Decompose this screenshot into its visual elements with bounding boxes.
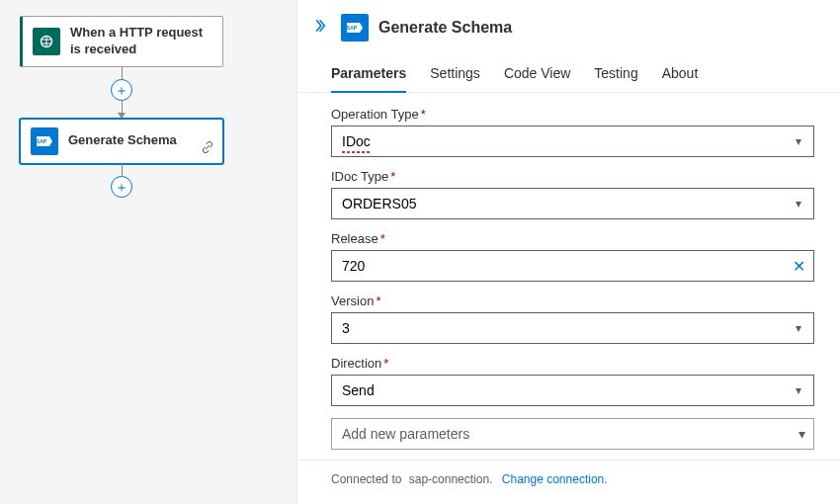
change-connection-link[interactable]: Change connection. xyxy=(502,472,608,486)
trigger-node-http-request[interactable]: When a HTTP request is received xyxy=(20,16,223,67)
field-direction: Direction* ▾ xyxy=(331,356,814,406)
connector-line xyxy=(122,101,123,113)
tab-settings[interactable]: Settings xyxy=(430,57,480,93)
chevron-down-icon: ▾ xyxy=(798,426,805,442)
action-config-panel: SAP Generate Schema Parameters Settings … xyxy=(296,0,840,504)
svg-text:SAP: SAP xyxy=(37,138,47,144)
tab-about[interactable]: About xyxy=(662,57,699,93)
operation-type-input[interactable] xyxy=(332,126,784,156)
field-label: Release* xyxy=(331,231,814,246)
chevron-down-icon[interactable]: ▾ xyxy=(784,321,813,335)
required-marker: * xyxy=(383,356,388,371)
tab-parameters[interactable]: Parameters xyxy=(331,57,406,93)
connector-line xyxy=(122,67,123,79)
version-select[interactable]: ▾ xyxy=(331,312,814,344)
required-marker: * xyxy=(380,231,385,246)
field-label: IDoc Type* xyxy=(331,169,814,184)
connector: ＋ xyxy=(20,164,223,198)
operation-type-select[interactable]: ▾ xyxy=(331,126,814,157)
idoc-type-select[interactable]: ▾ xyxy=(331,188,814,219)
required-marker: * xyxy=(421,107,426,122)
required-marker: * xyxy=(376,294,380,308)
clear-icon[interactable]: ✕ xyxy=(784,257,813,276)
designer-canvas: When a HTTP request is received ＋ SAP Ge… xyxy=(0,0,296,504)
chevron-down-icon[interactable]: ▾ xyxy=(784,383,813,397)
action-node-generate-schema[interactable]: SAP Generate Schema xyxy=(20,119,223,164)
trigger-node-title: When a HTTP request is received xyxy=(70,25,212,58)
field-version: Version* ▾ xyxy=(331,294,814,344)
connection-link-icon xyxy=(201,140,214,157)
add-new-parameters-select[interactable]: Add new parameters ▾ xyxy=(331,418,814,450)
connector-line xyxy=(122,164,123,176)
spellcheck-underline xyxy=(342,151,370,153)
tab-testing[interactable]: Testing xyxy=(594,57,637,93)
direction-input[interactable] xyxy=(332,376,784,405)
plus-icon: ＋ xyxy=(115,83,128,97)
tab-code-view[interactable]: Code View xyxy=(504,57,570,93)
direction-select[interactable]: ▾ xyxy=(331,375,814,406)
panel-title: Generate Schema xyxy=(378,19,512,37)
connection-name: sap-connection. xyxy=(409,472,493,486)
chevron-down-icon[interactable]: ▾ xyxy=(784,197,813,210)
chevron-down-icon[interactable]: ▾ xyxy=(784,134,813,148)
sap-icon: SAP xyxy=(341,14,369,42)
field-label: Operation Type* xyxy=(331,107,814,122)
panel-tabs: Parameters Settings Code View Testing Ab… xyxy=(297,47,840,93)
connection-info: Connected to sap-connection. Change conn… xyxy=(297,460,840,498)
add-params-label: Add new parameters xyxy=(342,426,469,442)
field-idoc-type: IDoc Type* ▾ xyxy=(331,169,814,219)
add-step-button[interactable]: ＋ xyxy=(111,79,132,101)
release-input[interactable] xyxy=(332,251,784,281)
svg-text:SAP: SAP xyxy=(347,25,358,31)
http-trigger-icon xyxy=(33,28,60,55)
field-operation-type: Operation Type* ▾ xyxy=(331,107,814,157)
plus-icon: ＋ xyxy=(115,180,128,194)
panel-header: SAP Generate Schema xyxy=(297,0,840,47)
action-node-title: Generate Schema xyxy=(68,132,177,149)
connector: ＋ xyxy=(20,67,223,119)
idoc-type-input[interactable] xyxy=(332,189,784,218)
field-release: Release* ✕ xyxy=(331,231,814,282)
parameters-form: Operation Type* ▾ IDoc Type* ▾ Release* … xyxy=(297,93,840,460)
connection-prefix: Connected to xyxy=(331,472,401,486)
field-label: Direction* xyxy=(331,356,814,371)
required-marker: * xyxy=(390,169,395,184)
add-step-button[interactable]: ＋ xyxy=(111,176,132,198)
collapse-panel-button[interactable] xyxy=(309,15,331,41)
sap-icon: SAP xyxy=(31,127,58,155)
version-input[interactable] xyxy=(332,313,784,343)
release-input-control[interactable]: ✕ xyxy=(331,250,814,282)
field-label: Version* xyxy=(331,294,814,308)
arrowhead-icon xyxy=(118,113,126,119)
